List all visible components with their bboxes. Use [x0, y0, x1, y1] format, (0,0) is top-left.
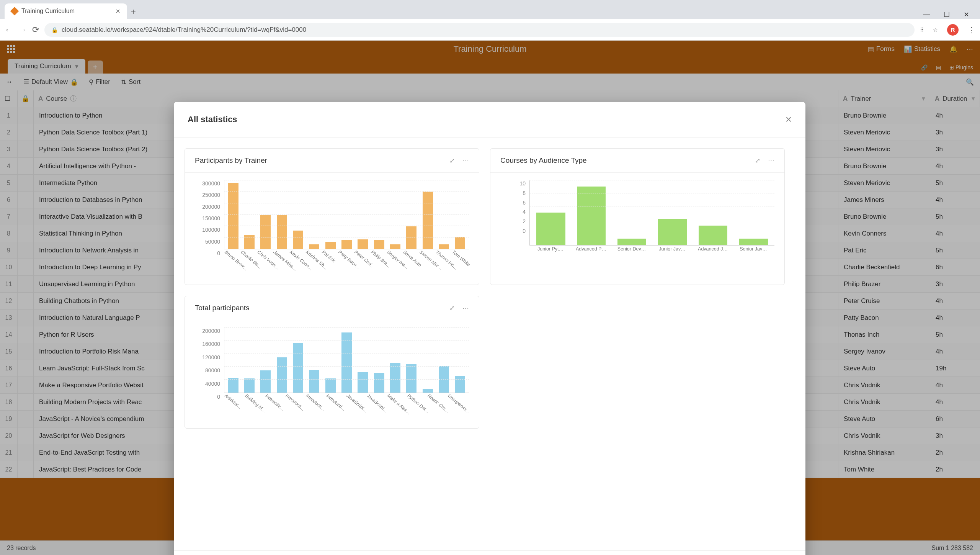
chart-menu-icon[interactable]: ⋯ [462, 304, 469, 312]
duration-cell[interactable]: 2h [930, 444, 980, 461]
duration-cell[interactable]: 4h [930, 225, 980, 242]
menu-icon[interactable]: ⋮ [968, 25, 975, 34]
row-lock-cell [18, 225, 34, 242]
trainer-cell[interactable]: Chris Vodnik [838, 427, 930, 444]
header-duration[interactable]: ADuration▾ [930, 90, 980, 107]
close-tab-icon[interactable]: × [116, 7, 120, 16]
trainer-cell[interactable]: Bruno Brownie [838, 158, 930, 174]
share-icon[interactable]: 🔗 [921, 64, 928, 70]
apps-grid-icon[interactable] [7, 45, 15, 53]
chart-menu-icon[interactable]: ⋯ [768, 157, 774, 165]
forms-link[interactable]: ▤ Forms [868, 45, 895, 53]
duration-cell[interactable]: 19h [930, 360, 980, 377]
trainer-cell[interactable]: Patty Bacon [838, 309, 930, 326]
new-tab-button[interactable]: + [127, 7, 139, 19]
close-window-icon[interactable]: ✕ [964, 10, 969, 19]
maximize-icon[interactable]: ☐ [944, 10, 950, 19]
chart-menu-icon[interactable]: ⋯ [462, 157, 469, 165]
address-bar[interactable]: 🔒 cloud.seatable.io/workspace/924/dtable… [44, 23, 915, 37]
duration-cell[interactable]: 2h [930, 461, 980, 478]
row-lock-cell [18, 158, 34, 174]
tab-title: Training Curriculum [21, 8, 75, 15]
row-lock-cell [18, 360, 34, 377]
trainer-cell[interactable]: Tom White [838, 461, 930, 478]
duration-cell[interactable]: 4h [930, 394, 980, 410]
duration-cell[interactable]: 4h [930, 377, 980, 393]
row-lock-cell [18, 242, 34, 259]
close-modal-icon[interactable]: × [786, 113, 792, 126]
header-checkbox[interactable]: ☐ [0, 90, 18, 107]
view-toolbar: ↔ ☰ Default View 🔒 ⚲ Filter ⇅ Sort 🔍 [0, 74, 980, 90]
card-title: Courses by Audience Type [500, 156, 587, 165]
duration-cell[interactable]: 6h [930, 259, 980, 275]
trainer-cell[interactable]: Bruno Brownie [838, 208, 930, 225]
header-trainer[interactable]: ATrainer▾ [838, 90, 930, 107]
translate-icon[interactable]: ⠿ [920, 27, 924, 33]
trainer-cell[interactable]: Krishna Shiriakan [838, 444, 930, 461]
expand-chart-icon[interactable]: ⤢ [449, 157, 455, 165]
expand-chart-icon[interactable]: ⤢ [755, 157, 760, 165]
filter-button[interactable]: ⚲ Filter [89, 78, 110, 86]
export-icon[interactable]: ▤ [936, 64, 941, 70]
trainer-cell[interactable]: Sergey Ivanov [838, 343, 930, 360]
chevron-down-icon[interactable]: ▾ [75, 62, 78, 70]
duration-cell[interactable]: 5h [930, 208, 980, 225]
trainer-cell[interactable]: Bruno Brownie [838, 107, 930, 124]
app-topbar: Training Curriculum ▤ Forms 📊 Statistics… [0, 41, 980, 57]
trainer-cell[interactable]: Philip Brazer [838, 276, 930, 292]
create-statistic-button[interactable]: ＋ Create a new statistic [174, 550, 805, 555]
trainer-cell[interactable]: Steve Auto [838, 411, 930, 427]
trainer-cell[interactable]: Charlie Beckenfield [838, 259, 930, 275]
row-lock-cell [18, 394, 34, 410]
reload-icon[interactable]: ⟳ [32, 25, 39, 35]
duration-cell[interactable]: 4h [930, 107, 980, 124]
trainer-cell[interactable]: Chris Vodnik [838, 377, 930, 393]
expand-views-icon[interactable]: ↔ [6, 78, 13, 86]
more-icon[interactable]: ⋯ [967, 45, 973, 53]
sort-button[interactable]: ⇅ Sort [121, 78, 140, 86]
trainer-cell[interactable]: Kevin Conners [838, 225, 930, 242]
trainer-cell[interactable]: Thonas Inch [838, 326, 930, 343]
trainer-cell[interactable]: James Miners [838, 192, 930, 208]
duration-cell[interactable]: 4h [930, 192, 980, 208]
duration-cell[interactable]: 3h [930, 276, 980, 292]
duration-cell[interactable]: 3h [930, 124, 980, 141]
table-tab[interactable]: Training Curriculum▾ [8, 59, 85, 74]
duration-cell[interactable]: 4h [930, 293, 980, 309]
duration-cell[interactable]: 4h [930, 158, 980, 174]
duration-cell[interactable]: 4h [930, 309, 980, 326]
duration-cell[interactable]: 5h [930, 175, 980, 191]
trainer-cell[interactable]: Steven Meriovic [838, 175, 930, 191]
add-table-button[interactable]: + [88, 61, 103, 74]
chart-card-courses-by-audience: Courses by Audience Type ⤢ ⋯ 1086420Juni… [490, 148, 785, 285]
duration-cell[interactable]: 3h [930, 141, 980, 157]
trainer-cell[interactable]: Pat Eric [838, 242, 930, 259]
trainer-cell[interactable]: Steven Meriovic [838, 124, 930, 141]
bell-icon[interactable]: 🔔 [949, 45, 957, 53]
trainer-cell[interactable]: Steven Meriovic [838, 141, 930, 157]
duration-cell[interactable]: 5h [930, 326, 980, 343]
view-selector[interactable]: ☰ Default View 🔒 [23, 78, 78, 86]
row-lock-cell [18, 276, 34, 292]
row-lock-cell [18, 208, 34, 225]
duration-cell[interactable]: 3h [930, 427, 980, 444]
duration-cell[interactable]: 4h [930, 343, 980, 360]
row-number: 9 [0, 242, 18, 259]
duration-cell[interactable]: 5h [930, 242, 980, 259]
trainer-cell[interactable]: Chris Vodnik [838, 394, 930, 410]
search-icon[interactable]: 🔍 [966, 78, 974, 86]
browser-tab[interactable]: Training Curriculum × [5, 3, 127, 19]
duration-cell[interactable]: 6h [930, 411, 980, 427]
sum-value: Sum 1 283 582 [931, 545, 973, 552]
row-number: 3 [0, 141, 18, 157]
minimize-icon[interactable]: — [923, 10, 930, 19]
plugins-button[interactable]: ⊞ Plugins [949, 64, 973, 70]
trainer-cell[interactable]: Peter Cruise [838, 293, 930, 309]
statistics-link[interactable]: 📊 Statistics [904, 45, 940, 53]
profile-avatar[interactable]: R [947, 24, 959, 36]
forward-icon[interactable]: → [18, 25, 27, 35]
star-icon[interactable]: ☆ [933, 27, 938, 33]
trainer-cell[interactable]: Steve Auto [838, 360, 930, 377]
back-icon[interactable]: ← [5, 25, 13, 35]
expand-chart-icon[interactable]: ⤢ [449, 304, 455, 312]
